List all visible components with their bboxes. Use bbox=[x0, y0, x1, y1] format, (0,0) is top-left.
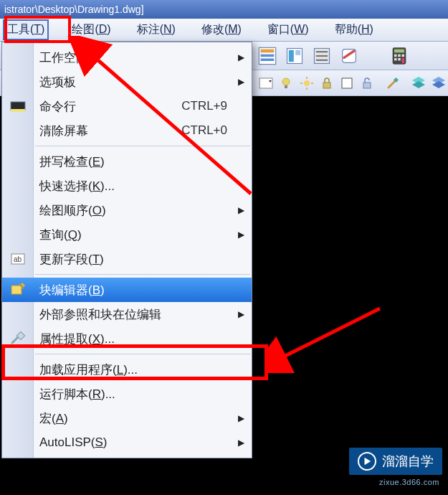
menuitem-blockeditor[interactable]: 块编辑器(B) bbox=[2, 278, 252, 302]
svg-rect-40 bbox=[11, 286, 22, 294]
svg-rect-6 bbox=[295, 50, 300, 55]
sun-icon bbox=[300, 76, 314, 90]
matchprop-icon bbox=[386, 76, 400, 90]
svg-rect-15 bbox=[398, 54, 401, 57]
svg-rect-29 bbox=[342, 78, 352, 88]
svg-marker-35 bbox=[432, 81, 445, 88]
svg-rect-18 bbox=[398, 57, 401, 60]
matchprop-button[interactable] bbox=[383, 73, 402, 93]
svg-rect-17 bbox=[394, 57, 397, 60]
menu-window[interactable]: 窗口(W) bbox=[264, 21, 312, 39]
title-text: istrator\Desktop\Drawing1.dwg] bbox=[4, 4, 144, 15]
submenu-arrow-icon: ▶ bbox=[238, 52, 244, 62]
svg-rect-22 bbox=[285, 85, 287, 88]
drawing-canvas[interactable] bbox=[252, 96, 448, 495]
svg-rect-16 bbox=[402, 54, 405, 57]
submenu-arrow-icon: ▶ bbox=[238, 205, 244, 215]
submenu-arrow-icon: ▶ bbox=[238, 77, 244, 87]
color-swatch-icon bbox=[340, 76, 354, 90]
shortcut-text: CTRL+9 bbox=[181, 99, 227, 113]
submenu-arrow-icon: ▶ bbox=[238, 438, 244, 448]
calculator-icon bbox=[389, 46, 409, 66]
layer-color-swatch[interactable] bbox=[338, 73, 356, 93]
stack-cyan-button[interactable] bbox=[409, 73, 428, 93]
toolpalette-button[interactable] bbox=[338, 45, 360, 67]
stack-blue-button[interactable] bbox=[429, 73, 448, 93]
menu-annotate[interactable]: 标注(N) bbox=[134, 21, 178, 39]
svg-rect-28 bbox=[323, 82, 330, 88]
lock-icon bbox=[320, 76, 334, 90]
svg-rect-14 bbox=[394, 54, 397, 57]
toolpalette-icon bbox=[339, 46, 359, 66]
menuitem-runscript[interactable]: 运行脚本(R)... bbox=[2, 382, 252, 406]
sheet-icon bbox=[285, 46, 305, 66]
menuitem-inquiry[interactable]: 查询(Q) ▶ bbox=[2, 222, 252, 247]
svg-text:ab: ab bbox=[14, 255, 22, 263]
bulb-off-icon bbox=[279, 76, 293, 90]
dbconnect-button[interactable] bbox=[311, 45, 333, 67]
svg-rect-37 bbox=[11, 109, 25, 112]
properties-icon bbox=[257, 46, 277, 66]
attrextract-icon bbox=[8, 329, 28, 349]
menu-draw[interactable]: 绘图(D) bbox=[69, 21, 113, 39]
watermark-text: 溜溜自学 bbox=[382, 453, 434, 470]
svg-rect-2 bbox=[261, 54, 275, 57]
layer-dropdown[interactable] bbox=[257, 73, 275, 93]
calculator-button[interactable] bbox=[389, 45, 410, 67]
svg-rect-9 bbox=[316, 55, 328, 56]
layer-icon bbox=[259, 76, 273, 90]
menuitem-commandline[interactable]: 命令行 CTRL+9 bbox=[2, 94, 252, 118]
svg-rect-13 bbox=[394, 49, 404, 52]
menuitem-loadapp[interactable]: 加载应用程序(L)... bbox=[2, 357, 252, 382]
sheetset-button[interactable] bbox=[284, 45, 305, 67]
watermark-badge: 溜溜自学 bbox=[349, 448, 442, 475]
menuitem-spellcheck[interactable]: 拼写检查(E) bbox=[2, 149, 252, 174]
menuitem-attrextract[interactable]: 属性提取(X)... bbox=[2, 326, 252, 351]
unlock-icon bbox=[360, 76, 374, 90]
submenu-arrow-icon: ▶ bbox=[238, 309, 244, 319]
menuitem-xrefinplace[interactable]: 外部参照和块在位编辑 ▶ bbox=[2, 302, 252, 326]
props-panel-button[interactable] bbox=[257, 45, 278, 67]
menu-tools[interactable]: 工具(T) bbox=[3, 19, 49, 40]
menuitem-cleanscreen[interactable]: 清除屏幕 CTRL+0 bbox=[2, 118, 252, 143]
stack-cyan-icon bbox=[411, 75, 426, 91]
svg-rect-8 bbox=[316, 51, 328, 52]
menu-separator bbox=[35, 274, 250, 275]
menuitem-quickselect[interactable]: 快速选择(K)... bbox=[2, 174, 252, 198]
menuitem-updatefields[interactable]: ab 更新字段(T) bbox=[2, 247, 252, 271]
menuitem-macro[interactable]: 宏(A) ▶ bbox=[2, 406, 252, 430]
menuitem-workspace[interactable]: 工作空间 ▶ bbox=[2, 45, 252, 70]
title-bar: istrator\Desktop\Drawing1.dwg] bbox=[0, 0, 448, 19]
submenu-arrow-icon: ▶ bbox=[238, 230, 244, 240]
updatefields-icon: ab bbox=[8, 249, 28, 269]
commandline-icon bbox=[8, 96, 28, 116]
svg-rect-20 bbox=[259, 78, 272, 88]
svg-rect-30 bbox=[363, 82, 371, 88]
svg-rect-3 bbox=[261, 58, 275, 61]
menu-help[interactable]: 帮助(H) bbox=[332, 21, 376, 39]
stack-blue-icon bbox=[431, 75, 447, 91]
layer-unlock-button[interactable] bbox=[358, 73, 376, 93]
menuitem-palettes[interactable]: 选项板 ▶ bbox=[2, 70, 252, 94]
tools-dropdown: 工作空间 ▶ 选项板 ▶ 命令行 CTRL+9 清除屏幕 CTRL+0 拼写检查… bbox=[1, 42, 252, 458]
menu-separator bbox=[35, 354, 250, 354]
blockeditor-icon bbox=[8, 280, 28, 300]
submenu-arrow-icon: ▶ bbox=[238, 413, 244, 423]
svg-point-23 bbox=[304, 80, 310, 86]
play-logo-icon bbox=[358, 452, 376, 471]
layer-lock-button[interactable] bbox=[318, 73, 336, 93]
svg-point-21 bbox=[282, 78, 290, 85]
svg-rect-10 bbox=[316, 59, 328, 60]
watermark-url: zixue.3d66.com bbox=[379, 478, 439, 486]
menu-modify[interactable]: 修改(M) bbox=[199, 21, 244, 39]
menuitem-draworder[interactable]: 绘图顺序(O) ▶ bbox=[2, 198, 252, 222]
svg-rect-1 bbox=[261, 49, 275, 52]
shortcut-text: CTRL+0 bbox=[181, 123, 227, 138]
svg-marker-33 bbox=[412, 81, 425, 88]
svg-rect-5 bbox=[289, 50, 294, 61]
db-icon bbox=[312, 46, 332, 66]
menuitem-autolisp[interactable]: AutoLISP(S) ▶ bbox=[2, 430, 252, 455]
menu-separator bbox=[35, 146, 250, 146]
layer-freeze-button[interactable] bbox=[297, 73, 315, 93]
layer-off-button[interactable] bbox=[277, 73, 295, 93]
